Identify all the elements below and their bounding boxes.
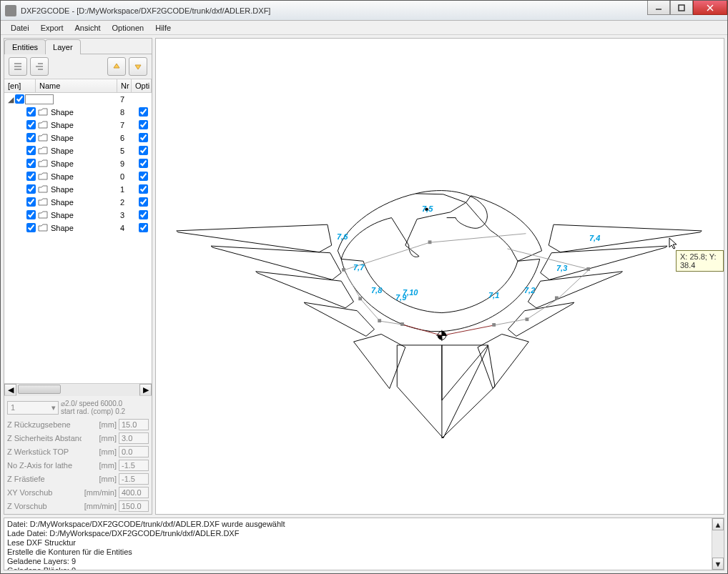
point-label: 7,2 [524, 286, 535, 295]
point-label: 7,5 [422, 204, 433, 213]
app-window: DXF2GCODE - [D:/MyWorkspace/DXF2GCODE/tr… [0, 0, 728, 574]
folder-icon [36, 172, 49, 181]
col-en[interactable]: [en] [4, 79, 36, 92]
shape-opti-checkbox[interactable] [139, 133, 148, 142]
param-unit: [mm] [84, 434, 117, 442]
shape-checkbox[interactable] [26, 120, 36, 129]
tab-entities[interactable]: Entities [4, 39, 46, 54]
move-down-button[interactable] [129, 57, 147, 76]
shape-name: Shape [49, 224, 120, 232]
svg-rect-23 [400, 322, 404, 326]
param-input[interactable]: -1.5 [119, 460, 149, 471]
shape-checkbox[interactable] [26, 210, 36, 219]
param-input[interactable]: 3.0 [119, 432, 149, 444]
param-input[interactable]: 400.0 [119, 487, 149, 498]
shape-name: Shape [49, 172, 120, 181]
param-unit: [mm/min] [84, 502, 117, 510]
console-line: Lade Datei: D:/MyWorkspace/DXF2GCODE/tru… [7, 529, 721, 538]
param-row: No Z-Axis for lathe[mm]-1.5 [7, 458, 149, 472]
tree-shape-row[interactable]: Shape0 [4, 170, 152, 183]
shape-checkbox[interactable] [26, 172, 36, 181]
shape-nr: 6 [120, 134, 134, 142]
param-input[interactable]: 15.0 [119, 419, 149, 430]
shape-checkbox[interactable] [26, 146, 36, 155]
tree-shape-row[interactable]: Shape5 [4, 144, 152, 157]
param-unit: [mm] [84, 461, 117, 470]
drawing-canvas[interactable]: 7,57,67,47,77,37,87,107,17,27,9 X: 25.8;… [155, 38, 724, 515]
shape-checkbox[interactable] [26, 223, 36, 232]
menu-help[interactable]: Hilfe [149, 22, 177, 34]
param-row: XY Vorschub[mm/min]400.0 [7, 485, 149, 499]
point-label: 7,4 [589, 234, 600, 242]
shape-opti-checkbox[interactable] [139, 146, 148, 155]
tree-shape-row[interactable]: Shape1 [4, 183, 152, 196]
coord-tooltip: X: 25.8; Y: 38.4 [676, 250, 724, 272]
root-checkbox[interactable] [15, 94, 24, 104]
shape-opti-checkbox[interactable] [139, 107, 148, 117]
maximize-button[interactable] [670, 1, 693, 15]
scroll-down-icon[interactable]: ▼ [712, 558, 724, 570]
outdent-button[interactable] [30, 57, 49, 76]
expand-icon[interactable]: ◢ [7, 95, 14, 104]
tree-shape-row[interactable]: Shape8 [4, 106, 152, 119]
col-nr[interactable]: Nr [117, 79, 132, 92]
svg-rect-22 [526, 317, 529, 321]
shape-checkbox[interactable] [26, 184, 36, 194]
tool-select[interactable]: 1 [7, 401, 59, 415]
shape-checkbox[interactable] [26, 159, 36, 168]
move-up-button[interactable] [107, 57, 126, 76]
col-name[interactable]: Name [36, 79, 117, 92]
param-input[interactable]: 150.0 [119, 500, 149, 512]
params-panel: 1 ⌀2.0/ speed 6000.0 start rad. (comp) 0… [4, 395, 152, 514]
shape-opti-checkbox[interactable] [139, 120, 148, 129]
shape-opti-checkbox[interactable] [139, 210, 148, 219]
shape-opti-checkbox[interactable] [139, 184, 148, 194]
svg-rect-24 [492, 323, 496, 327]
shape-opti-checkbox[interactable] [139, 223, 148, 232]
tree-shape-row[interactable]: Shape3 [4, 209, 152, 222]
tree-root-row[interactable]: ◢ 7 [4, 93, 152, 106]
tree-shape-row[interactable]: Shape4 [4, 222, 152, 234]
col-opti[interactable]: Opti [132, 79, 152, 92]
scroll-thumb[interactable] [18, 385, 61, 394]
folder-icon [36, 198, 49, 207]
point-label: 7,9 [395, 293, 406, 302]
tree-shape-row[interactable]: Shape7 [4, 119, 152, 132]
layer-tree[interactable]: ◢ 7 Shape8Shape7Shape6Shape5Shape9Shape0… [4, 93, 152, 383]
tree-shape-row[interactable]: Shape6 [4, 132, 152, 144]
shape-checkbox[interactable] [26, 197, 36, 207]
minimize-button[interactable] [647, 1, 670, 15]
svg-rect-16 [428, 240, 432, 244]
tree-shape-row[interactable]: Shape9 [4, 157, 152, 170]
menu-export[interactable]: Export [35, 22, 69, 34]
console-panel[interactable]: Datei: D:/MyWorkspace/DXF2GCODE/trunk/dx… [4, 518, 724, 570]
close-button[interactable] [693, 1, 727, 15]
shape-checkbox[interactable] [26, 133, 36, 142]
menu-file[interactable]: Datei [5, 22, 35, 34]
root-colorbox[interactable] [25, 94, 54, 104]
shape-nr: 2 [120, 198, 134, 207]
console-vscroll[interactable]: ▲ ▼ [712, 518, 724, 570]
param-row: Z Sicherheits Abstand[mm]3.0 [7, 431, 149, 445]
param-input[interactable]: -1.5 [119, 473, 149, 485]
scroll-left-icon[interactable]: ◀ [4, 384, 16, 396]
tool-info: ⌀2.0/ speed 6000.0 start rad. (comp) 0.2 [59, 400, 149, 415]
shape-opti-checkbox[interactable] [139, 159, 148, 168]
indent-button[interactable] [9, 57, 27, 76]
shape-opti-checkbox[interactable] [139, 172, 148, 181]
tab-layer[interactable]: Layer [45, 39, 81, 54]
menu-options[interactable]: Optionen [107, 22, 150, 34]
param-label: Z Vorschub [7, 502, 82, 510]
scroll-up-icon[interactable]: ▲ [712, 518, 724, 530]
shape-opti-checkbox[interactable] [139, 197, 148, 207]
shape-nr: 3 [120, 211, 134, 219]
tree-hscroll[interactable]: ◀ ▶ [4, 383, 152, 395]
tree-header: [en] Name Nr Opti [4, 79, 152, 93]
shape-checkbox[interactable] [26, 107, 36, 117]
tree-shape-row[interactable]: Shape2 [4, 196, 152, 209]
menu-view[interactable]: Ansicht [69, 22, 106, 34]
point-label: 7,7 [353, 263, 364, 272]
mouse-cursor-icon [669, 237, 679, 252]
param-input[interactable]: 0.0 [119, 446, 149, 457]
scroll-right-icon[interactable]: ▶ [139, 384, 152, 396]
